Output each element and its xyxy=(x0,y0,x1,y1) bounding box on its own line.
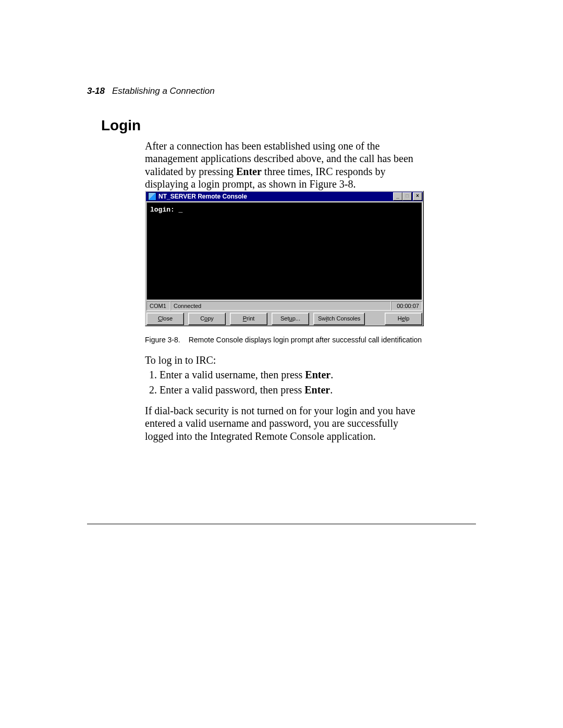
remote-console-window: NT_SERVER Remote Console _ □ × login: _ … xyxy=(145,191,424,326)
switch-consoles-button[interactable]: Switch Consoles xyxy=(313,313,365,325)
window-title: NT_SERVER Remote Console xyxy=(158,192,393,201)
running-header: 3-18Establishing a Connection xyxy=(87,86,215,96)
running-title: Establishing a Connection xyxy=(112,86,215,96)
button-row: Close Copy Print Setup... Switch Console… xyxy=(146,313,422,325)
status-port: COM1 xyxy=(146,301,170,311)
step-1: Enter a valid username, then press Enter… xyxy=(160,367,438,382)
figure-caption-text: Remote Console displays login prompt aft… xyxy=(189,336,422,344)
maximize-button[interactable]: □ xyxy=(402,192,412,201)
enter-keyword: Enter xyxy=(236,166,262,177)
status-elapsed: 00:00:07 xyxy=(391,301,422,311)
page-number: 3-18 xyxy=(87,86,105,96)
page: 3-18Establishing a Connection Login Afte… xyxy=(0,0,563,728)
minimize-button[interactable]: _ xyxy=(393,192,402,201)
footer-rule xyxy=(87,524,476,524)
status-bar: COM1 Connected 00:00:07 xyxy=(146,301,422,311)
login-prompt: login: _ xyxy=(150,206,182,214)
terminal-area[interactable]: login: _ xyxy=(146,202,422,300)
print-button[interactable]: Print xyxy=(230,313,267,325)
close-button[interactable]: Close xyxy=(146,313,184,325)
login-intro: To log in to IRC: xyxy=(145,354,424,366)
setup-button[interactable]: Setup... xyxy=(272,313,309,325)
title-bar: NT_SERVER Remote Console _ □ × xyxy=(146,192,423,201)
help-button[interactable]: Help xyxy=(385,313,422,325)
button-group-left: Close Copy Print Setup... Switch Console… xyxy=(146,313,365,325)
window-control-buttons: _ □ × xyxy=(393,192,422,201)
figure-caption: Figure 3-8.Remote Console displays login… xyxy=(145,336,424,344)
section-heading: Login xyxy=(101,117,141,134)
close-window-button[interactable]: × xyxy=(413,192,422,201)
copy-button[interactable]: Copy xyxy=(188,313,226,325)
figure-label: Figure 3-8. xyxy=(145,336,180,344)
login-steps: Enter a valid username, then press Enter… xyxy=(145,367,438,398)
system-menu-icon[interactable] xyxy=(148,192,156,201)
status-connection: Connected xyxy=(170,301,391,311)
step-2: Enter a valid password, then press Enter… xyxy=(160,382,438,398)
intro-paragraph: After a connection has been established … xyxy=(145,140,424,191)
closing-paragraph: If dial-back security is not turned on f… xyxy=(145,404,424,442)
